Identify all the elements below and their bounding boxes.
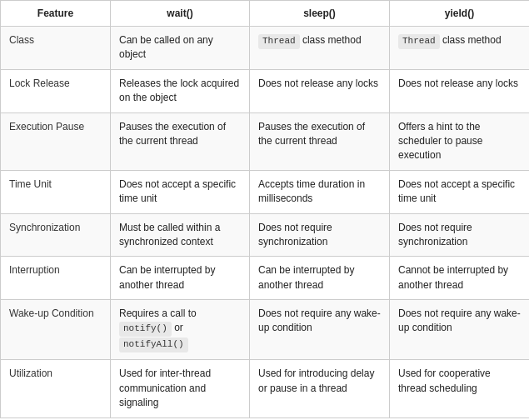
table-row: Synchronization Must be called within a … xyxy=(1,213,530,257)
table-row: Wake-up Condition Requires a call to not… xyxy=(1,300,530,360)
notify-code: notify() xyxy=(119,322,172,337)
sleep-cell-pause: Pauses the execution of the current thre… xyxy=(250,112,390,170)
wait-cell-time: Does not accept a specific time unit xyxy=(111,170,250,213)
yield-class-text: class method xyxy=(440,34,502,46)
thread-code-yield: Thread xyxy=(398,34,440,49)
table-row: Utilization Used for inter-thread commun… xyxy=(1,360,530,418)
wait-cell-interrupt: Can be interrupted by another thread xyxy=(111,257,250,300)
feature-label: Utilization xyxy=(1,360,111,418)
yield-cell-wakeup: Does not require any wake-up condition xyxy=(390,300,530,360)
feature-label: Wake-up Condition xyxy=(1,300,111,360)
table-row: Execution Pause Pauses the execution of … xyxy=(1,112,530,170)
feature-label: Execution Pause xyxy=(1,112,111,170)
sleep-cell-util: Used for introducing delay or pause in a… xyxy=(250,360,390,418)
table-row: Class Can be called on any object Thread… xyxy=(1,27,530,70)
yield-cell-interrupt: Cannot be interrupted by another thread xyxy=(390,257,530,300)
wakeup-pre: Requires a call to xyxy=(119,308,197,319)
table-row: Time Unit Does not accept a specific tim… xyxy=(1,170,530,213)
table-row: Interruption Can be interrupted by anoth… xyxy=(1,257,530,300)
wakeup-mid: or xyxy=(172,322,183,333)
sleep-cell-lock: Does not release any locks xyxy=(250,69,390,112)
wait-cell-lock: Releases the lock acquired on the object xyxy=(111,69,250,112)
sleep-cell-interrupt: Can be interrupted by another thread xyxy=(250,257,390,300)
sleep-cell-time: Accepts time duration in milliseconds xyxy=(250,170,390,213)
yield-cell-sync: Does not require synchronization xyxy=(390,213,530,257)
sleep-class-text: class method xyxy=(300,34,362,46)
feature-label: Class xyxy=(1,27,111,70)
feature-label: Time Unit xyxy=(1,170,111,213)
sleep-cell-class: Thread class method xyxy=(250,27,390,70)
notifyall-code: notifyAll() xyxy=(119,338,188,352)
yield-cell-class: Thread class method xyxy=(390,27,530,70)
wait-cell-wakeup: Requires a call to notify() or notifyAll… xyxy=(111,300,250,360)
wait-cell-sync: Must be called within a synchronized con… xyxy=(111,213,250,257)
sleep-cell-wakeup: Does not require any wake-up condition xyxy=(250,300,390,360)
header-wait: wait() xyxy=(111,1,250,27)
yield-cell-util: Used for cooperative thread scheduling xyxy=(390,360,530,418)
header-sleep: sleep() xyxy=(250,1,390,27)
yield-cell-time: Does not accept a specific time unit xyxy=(390,170,530,213)
sleep-cell-sync: Does not require synchronization xyxy=(250,213,390,257)
feature-label: Synchronization xyxy=(1,213,111,257)
header-feature: Feature xyxy=(1,1,111,27)
header-yield: yield() xyxy=(390,1,530,27)
feature-label: Lock Release xyxy=(1,69,111,112)
wait-cell-class: Can be called on any object xyxy=(111,27,250,70)
yield-cell-lock: Does not release any locks xyxy=(390,69,530,112)
wait-cell-util: Used for inter-thread communication and … xyxy=(111,360,250,418)
wait-cell-pause: Pauses the execution of the current thre… xyxy=(111,112,250,170)
feature-label: Interruption xyxy=(1,257,111,300)
table-row: Lock Release Releases the lock acquired … xyxy=(1,69,530,112)
thread-code-sleep: Thread xyxy=(258,34,300,49)
yield-cell-pause: Offers a hint to the scheduler to pause … xyxy=(390,112,530,170)
